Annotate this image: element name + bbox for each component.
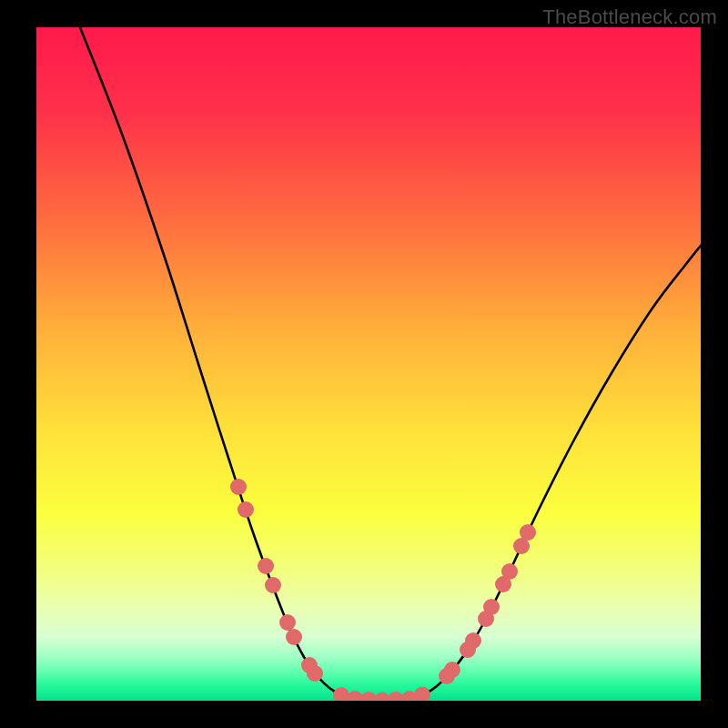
data-point-marker	[279, 614, 296, 631]
data-point-marker	[258, 558, 274, 574]
markers-group	[230, 479, 536, 701]
chart-stage: TheBottleneck.com	[0, 0, 728, 728]
plot-area	[36, 27, 701, 701]
bottleneck-curve	[80, 27, 701, 701]
data-point-marker	[307, 665, 323, 682]
data-point-marker	[483, 599, 500, 615]
data-point-marker	[265, 577, 281, 593]
data-point-marker	[238, 501, 254, 518]
data-point-marker	[230, 479, 247, 495]
curve-layer	[36, 27, 701, 701]
watermark-text: TheBottleneck.com	[542, 5, 717, 29]
data-point-marker	[520, 524, 536, 541]
data-point-marker	[414, 687, 430, 702]
data-point-marker	[501, 563, 518, 580]
series-group	[80, 27, 701, 701]
data-point-marker	[444, 662, 460, 678]
data-point-marker	[286, 629, 302, 645]
data-point-marker	[465, 632, 481, 649]
